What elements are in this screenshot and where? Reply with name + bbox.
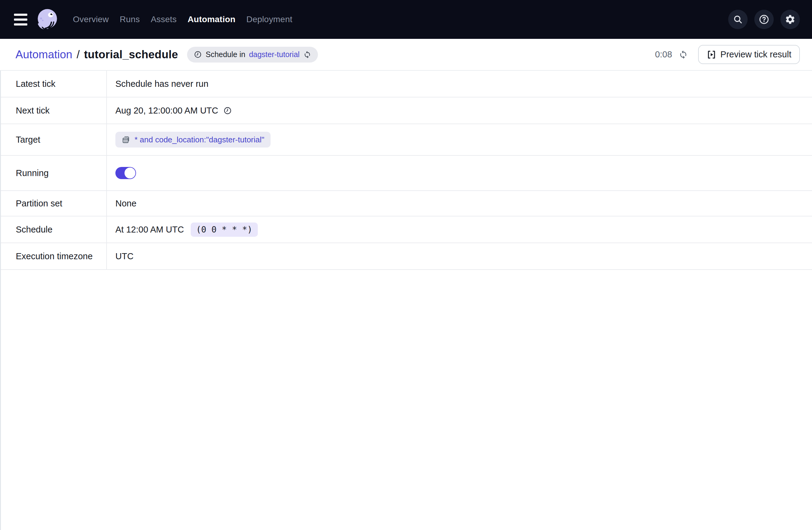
settings-button[interactable] [780,10,800,29]
settings-icon [785,14,796,25]
nav-item-runs[interactable]: Runs [120,15,140,24]
latest-tick-value: Schedule has never run [115,79,208,89]
nav-right-actions [728,10,800,29]
nav-item-assets[interactable]: Assets [150,15,176,24]
toggle-knob [125,167,135,178]
table-row-latest-tick: Latest tick Schedule has never run [0,71,812,98]
row-label: Schedule [0,217,107,242]
table-row-schedule: Schedule At 12:00 AM UTC (0 0 * * *) [0,217,812,243]
primary-nav: Overview Runs Assets Automation Deployme… [73,15,292,24]
table-row-next-tick: Next tick Aug 20, 12:00:00 AM UTC [0,98,812,124]
preview-tick-result-button[interactable]: Preview tick result [698,45,800,64]
code-location-pill: Schedule in dagster-tutorial [187,47,318,62]
refresh-button[interactable] [679,50,688,59]
row-label: Running [0,156,107,190]
top-nav: Overview Runs Assets Automation Deployme… [0,0,812,39]
nav-item-overview[interactable]: Overview [73,15,109,24]
target-selection-text: * and code_location:"dagster-tutorial" [134,135,264,145]
clock-icon[interactable] [223,106,232,115]
table-row-target: Target * and code_location:"dagster-tuto… [0,124,812,156]
execution-timezone-value: UTC [115,251,134,261]
clock-icon [194,50,202,59]
refresh-icon [679,50,688,59]
schedule-detail-table: Latest tick Schedule has never run Next … [0,71,812,270]
nav-item-automation[interactable]: Automation [188,15,236,24]
row-label: Execution timezone [0,243,107,269]
breadcrumb-automation-link[interactable]: Automation [15,48,72,61]
row-label: Latest tick [0,71,107,97]
cron-expression-chip: (0 0 * * *) [191,222,258,237]
search-icon [733,14,743,25]
next-tick-value: Aug 20, 12:00:00 AM UTC [115,106,218,116]
breadcrumb: Automation / tutorial_schedule [15,48,178,61]
help-button[interactable] [754,10,774,29]
breadcrumb-separator: / [76,48,79,61]
target-selection-badge[interactable]: * and code_location:"dagster-tutorial" [115,132,271,148]
nav-item-deployment[interactable]: Deployment [246,15,292,24]
table-row-execution-timezone: Execution timezone UTC [0,243,812,270]
running-toggle[interactable] [115,167,136,179]
preview-play-icon [707,50,716,59]
header-actions: 0:08 Preview tick result [655,45,800,64]
page-header: Automation / tutorial_schedule Schedule … [0,39,812,71]
page-title: tutorial_schedule [84,48,178,61]
row-label: Partition set [0,191,107,216]
preview-tick-result-label: Preview tick result [720,49,791,59]
dagster-logo-icon[interactable] [35,7,59,32]
row-label: Target [0,124,107,155]
row-label: Next tick [0,98,107,123]
table-row-running: Running [0,156,812,191]
reload-location-icon[interactable] [303,51,311,59]
table-row-partition-set: Partition set None [0,191,812,217]
search-button[interactable] [728,10,748,29]
partition-set-value: None [115,198,136,208]
menu-hamburger-icon[interactable] [14,14,27,26]
asset-table-icon [121,135,131,144]
code-location-link[interactable]: dagster-tutorial [249,50,300,59]
code-location-pill-label: Schedule in [206,50,245,59]
help-icon [758,14,769,25]
schedule-human-value: At 12:00 AM UTC [115,225,184,235]
refresh-countdown: 0:08 [655,49,672,59]
